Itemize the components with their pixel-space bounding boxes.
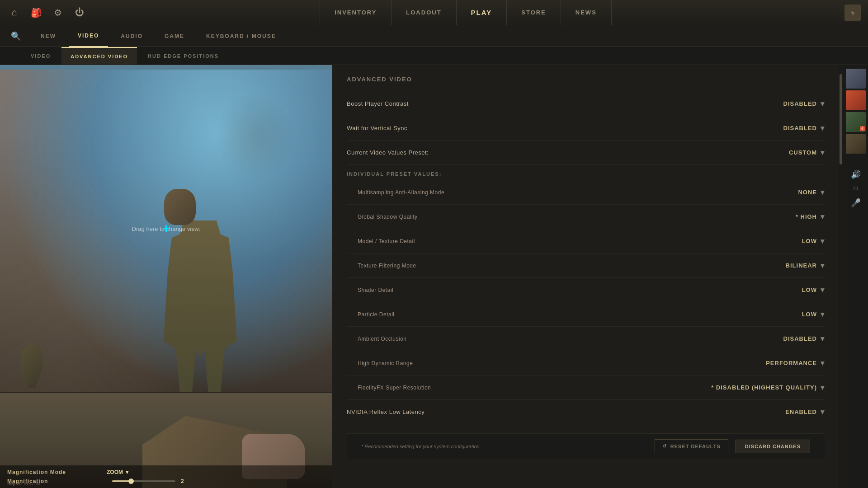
chevron-icon-vsync: ▾ <box>821 124 825 132</box>
setting-row-fidelityfx: FidelityFX Super Resolution * DISABLED (… <box>347 375 825 400</box>
chevron-icon-hdr: ▾ <box>821 359 825 367</box>
setting-label-nvidia-reflex: NVIDIA Reflex Low Latency <box>347 408 425 415</box>
preview-bg <box>0 70 332 392</box>
settings-panel: Advanced Video Boost Player Contrast DIS… <box>332 65 839 488</box>
tab-row: VIDEO ADVANCED VIDEO HUD EDGE POSITIONS <box>0 47 868 65</box>
setting-value-nvidia-reflex[interactable]: ENABLED ▾ <box>698 408 825 416</box>
tab-advanced-video[interactable]: ADVANCED VIDEO <box>61 47 137 65</box>
preview-top[interactable]: Drag here to change view: + <box>0 65 332 393</box>
top-bar-icons: ⌂ 🎒 ⚙ ⏻ <box>7 5 87 20</box>
slider-thumb <box>128 479 134 484</box>
setting-row-texture-detail: Model / Texture Detail LOW ▾ <box>347 229 825 253</box>
chevron-icon-particle: ▾ <box>821 310 825 319</box>
chevron-icon-fidelityfx: ▾ <box>821 383 825 392</box>
nav-store[interactable]: STORE <box>507 0 561 25</box>
setting-label-particle-detail: Particle Detail <box>358 311 395 318</box>
bottom-bar: * Recommended setting for your system co… <box>347 433 825 459</box>
subsection-label: Individual Preset Values: <box>347 171 442 177</box>
nav-play[interactable]: PLAY <box>457 0 507 25</box>
avatar-img-4 <box>846 134 866 154</box>
magnification-value: 2 <box>181 478 194 484</box>
setting-row-shader-detail: Shader Detail LOW ▾ <box>347 278 825 302</box>
top-bar-right: 5 <box>844 5 861 21</box>
settings-sub-nav: 🔍 NEW VIDEO AUDIO GAME KEYBOARD / MOUSE <box>0 25 868 47</box>
setting-value-shader-detail[interactable]: LOW ▾ <box>698 286 825 294</box>
setting-value-video-preset[interactable]: CUSTOM ▾ <box>698 148 825 157</box>
discard-label: DISCARD CHANGES <box>745 444 801 449</box>
reset-defaults-button[interactable]: ↺ RESET DEFAULTS <box>655 439 728 453</box>
tab-hud-edge-positions[interactable]: HUD EDGE POSITIONS <box>139 47 228 65</box>
magnification-slider-row: Magnification 2 <box>7 478 325 484</box>
scrollbar[interactable] <box>839 65 843 488</box>
chevron-icon-shadow: ▾ <box>821 212 825 221</box>
recommended-note: * Recommended setting for your system co… <box>361 444 480 449</box>
magnification-slider[interactable] <box>112 480 175 482</box>
setting-row-hdr: High Dynamic Range PERFORMANCE ▾ <box>347 351 825 375</box>
chevron-icon-filtering: ▾ <box>821 261 825 270</box>
setting-label-ambient-occlusion: Ambient Occlusion <box>358 336 407 342</box>
soldier-head <box>164 189 196 225</box>
setting-row-boost-player-contrast: Boost Player Contrast DISABLED ▾ <box>347 92 825 116</box>
sound-button[interactable]: 🔊 <box>846 164 866 184</box>
preview-bottom[interactable]: Magnification Mode ZOOM ▾ Magnification … <box>0 393 332 488</box>
scroll-thumb[interactable] <box>840 74 842 164</box>
setting-value-texture-filtering[interactable]: BILINEAR ▾ <box>698 261 825 270</box>
magnification-mode-dropdown[interactable]: ZOOM ▾ <box>107 469 128 475</box>
search-icon[interactable]: 🔍 <box>11 31 21 41</box>
chevron-icon-reflex: ▾ <box>821 408 825 416</box>
home-icon[interactable]: ⌂ <box>7 5 22 20</box>
mic-button[interactable]: 🎤 <box>846 193 866 213</box>
nav-inventory[interactable]: INVENTORY <box>320 0 392 25</box>
setting-label-texture-detail: Model / Texture Detail <box>358 238 415 244</box>
setting-value-boost-player-contrast[interactable]: DISABLED ▾ <box>698 99 825 108</box>
sub-nav-audio[interactable]: AUDIO <box>112 25 152 47</box>
setting-value-fidelityfx[interactable]: * DISABLED (HIGHEST QUALITY) ▾ <box>698 383 825 392</box>
chevron-icon: ▾ <box>821 99 825 108</box>
setting-value-ambient-occlusion[interactable]: DISABLED ▾ <box>698 334 825 343</box>
sub-nav-keyboard-mouse[interactable]: KEYBOARD / MOUSE <box>197 25 285 47</box>
slider-fill <box>112 480 130 482</box>
magnification-mode-value: ZOOM <box>107 469 123 475</box>
setting-row-video-preset: Current Video Values Preset: CUSTOM ▾ <box>347 141 825 165</box>
inventory-icon[interactable]: 🎒 <box>29 5 43 20</box>
sidebar-avatar-1[interactable] <box>846 69 866 89</box>
settings-icon[interactable]: ⚙ <box>51 5 65 20</box>
setting-row-texture-filtering: Texture Filtering Mode BILINEAR ▾ <box>347 253 825 278</box>
nav-news[interactable]: NEWS <box>561 0 612 25</box>
chevron-icon-ao: ▾ <box>821 334 825 343</box>
sidebar-avatar-4[interactable] <box>846 134 866 154</box>
power-icon[interactable]: ⏻ <box>72 5 87 20</box>
chevron-icon-texture: ▾ <box>821 237 825 245</box>
setting-label-shader-detail: Shader Detail <box>358 287 393 293</box>
setting-row-particle-detail: Particle Detail LOW ▾ <box>347 302 825 327</box>
sidebar-avatar-2[interactable] <box>846 90 866 110</box>
setting-row-nvidia-reflex: NVIDIA Reflex Low Latency ENABLED ▾ <box>347 400 825 424</box>
preview-info: Magnification Mode ZOOM ▾ Magnification … <box>0 465 332 488</box>
setting-row-wait-vsync: Wait for Vertical Sync DISABLED ▾ <box>347 116 825 141</box>
nav-loadout[interactable]: LOADOUT <box>392 0 456 25</box>
magnification-mode-label: Magnification Mode <box>7 469 107 475</box>
sub-nav-new[interactable]: NEW <box>32 25 65 47</box>
setting-label-texture-filtering: Texture Filtering Mode <box>358 263 416 269</box>
setting-value-particle-detail[interactable]: LOW ▾ <box>698 310 825 319</box>
tab-video[interactable]: VIDEO <box>22 47 60 65</box>
setting-value-wait-vsync[interactable]: DISABLED ▾ <box>698 124 825 132</box>
setting-value-shadow-quality[interactable]: * HIGH ▾ <box>698 212 825 221</box>
user-avatar-small[interactable]: 5 <box>844 5 861 21</box>
sub-nav-game[interactable]: GAME <box>156 25 193 47</box>
sidebar-avatar-3[interactable]: 4 <box>846 112 866 132</box>
setting-value-hdr[interactable]: PERFORMANCE ▾ <box>698 359 825 367</box>
setting-label-shadow-quality: Global Shadow Quality <box>358 214 418 220</box>
setting-value-texture-detail[interactable]: LOW ▾ <box>698 237 825 245</box>
subsection-label-row: Individual Preset Values: <box>347 165 825 180</box>
setting-value-msaa[interactable]: NONE ▾ <box>698 188 825 197</box>
setting-row-shadow-quality: Global Shadow Quality * HIGH ▾ <box>347 205 825 229</box>
main-nav: INVENTORY LOADOUT PLAY STORE NEWS <box>87 0 844 25</box>
setting-label-msaa: Multisampling Anti-Aliasing Mode <box>358 189 444 196</box>
setting-label-fidelityfx: FidelityFX Super Resolution <box>358 385 431 391</box>
sub-nav-video[interactable]: VIDEO <box>69 25 108 47</box>
setting-label-boost-player-contrast: Boost Player Contrast <box>347 100 409 107</box>
discard-changes-button[interactable]: DISCARD CHANGES <box>736 440 810 453</box>
avatar-img-2 <box>846 90 866 110</box>
right-sidebar: 4 🔊 20 🎤 <box>843 65 868 488</box>
